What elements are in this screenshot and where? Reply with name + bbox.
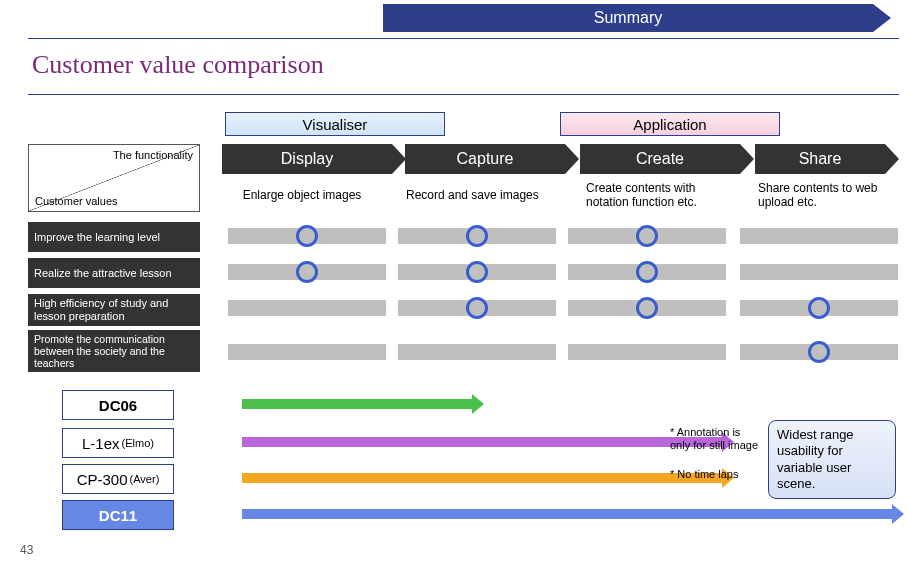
row-efficiency: High efficiency of study and lesson prep… bbox=[28, 294, 899, 326]
check-icon bbox=[296, 225, 318, 247]
range-bar bbox=[242, 509, 892, 519]
row-label: High efficiency of study and lesson prep… bbox=[28, 294, 200, 326]
row-attractive-lesson: Realize the attractive lesson bbox=[28, 258, 899, 288]
func-share: Share bbox=[755, 144, 885, 174]
page-title: Customer value comparison bbox=[32, 50, 324, 80]
range-bar bbox=[242, 473, 722, 483]
row-label: Promote the communication between the so… bbox=[28, 330, 200, 372]
range-bar bbox=[242, 437, 722, 447]
check-icon bbox=[636, 225, 658, 247]
desc-display: Enlarge object images bbox=[212, 180, 392, 212]
check-icon bbox=[466, 297, 488, 319]
note-timelapse: * No time laps bbox=[670, 468, 760, 481]
check-icon bbox=[808, 297, 830, 319]
corner-functionality-label: The functionality bbox=[113, 149, 193, 161]
header-corner: The functionality Customer values bbox=[28, 144, 200, 212]
note-annotation: * Annotation is only for still image bbox=[670, 426, 760, 452]
category-application: Application bbox=[560, 112, 780, 136]
check-icon bbox=[296, 261, 318, 283]
category-visualiser: Visualiser bbox=[225, 112, 445, 136]
section-banner: Summary bbox=[383, 4, 873, 32]
func-capture: Capture bbox=[405, 144, 565, 174]
divider bbox=[28, 38, 899, 39]
row-communication: Promote the communication between the so… bbox=[28, 330, 899, 372]
desc-capture: Record and save images bbox=[400, 180, 570, 212]
check-icon bbox=[466, 261, 488, 283]
check-icon bbox=[636, 261, 658, 283]
row-improve-learning: Improve the learning level bbox=[28, 222, 899, 252]
callout-widest-range: Widest range usability for variable user… bbox=[768, 420, 896, 499]
row-label: Improve the learning level bbox=[28, 222, 200, 252]
divider bbox=[28, 94, 899, 95]
product-label: DC06 bbox=[62, 390, 174, 420]
desc-create: Create contents with notation function e… bbox=[580, 180, 740, 212]
page-number: 43 bbox=[20, 543, 33, 557]
range-bar bbox=[242, 399, 472, 409]
product-label: DC11 bbox=[62, 500, 174, 530]
product-label: L-1ex(Elmo) bbox=[62, 428, 174, 458]
func-display: Display bbox=[222, 144, 392, 174]
func-create: Create bbox=[580, 144, 740, 174]
desc-share: Share contents to web upload etc. bbox=[752, 180, 897, 212]
check-icon bbox=[808, 341, 830, 363]
check-icon bbox=[466, 225, 488, 247]
corner-customer-values-label: Customer values bbox=[35, 195, 118, 207]
row-label: Realize the attractive lesson bbox=[28, 258, 200, 288]
product-label: CP-300(Aver) bbox=[62, 464, 174, 494]
check-icon bbox=[636, 297, 658, 319]
